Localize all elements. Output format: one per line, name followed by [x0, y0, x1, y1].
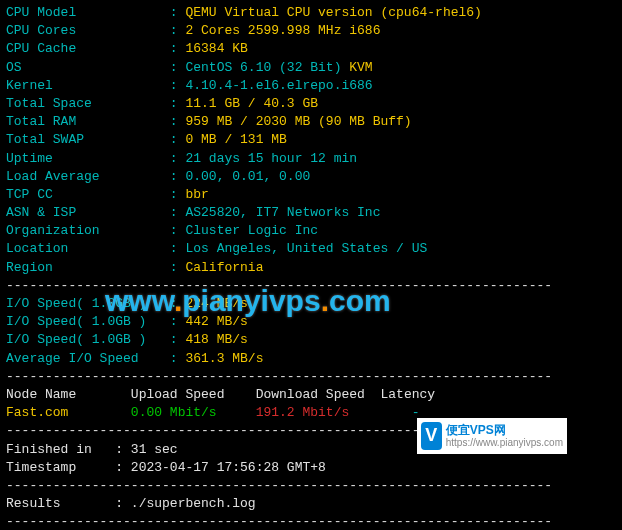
cpu-model-label: CPU Model [6, 5, 170, 20]
os-value: CentOS 6.10 (32 Bit) [185, 60, 349, 75]
separator: : [170, 132, 186, 147]
total-ram-value: 959 MB / 2030 MB (90 MB Buff) [185, 114, 411, 129]
timestamp-value: 2023-04-17 17:56:28 GMT+8 [131, 460, 326, 475]
divider: ----------------------------------------… [6, 368, 616, 386]
io-test1-label: I/O Speed( 1.0GB ) [6, 296, 170, 311]
io-test3-value: 418 MB/s [185, 332, 247, 347]
load-value: 0.00, 0.01, 0.00 [185, 169, 310, 184]
separator: : [115, 460, 131, 475]
io-test2-value: 442 MB/s [185, 314, 247, 329]
net-row-up: 0.00 Mbit/s [131, 405, 256, 420]
separator: : [170, 187, 186, 202]
separator: : [170, 5, 186, 20]
io-test3-label: I/O Speed( 1.0GB ) [6, 332, 170, 347]
asn-value: AS25820, IT7 Networks Inc [185, 205, 380, 220]
os-virt: KVM [349, 60, 372, 75]
separator: : [170, 205, 186, 220]
kernel-label: Kernel [6, 78, 170, 93]
divider: ----------------------------------------… [6, 277, 616, 295]
watermark-badge: V 便宜VPS网 https://www.pianyivps.com [417, 418, 567, 454]
org-label: Organization [6, 223, 170, 238]
total-swap-value: 0 MB / 131 MB [185, 132, 286, 147]
region-label: Region [6, 260, 170, 275]
separator: : [170, 260, 186, 275]
io-test2-label: I/O Speed( 1.0GB ) [6, 314, 170, 329]
badge-icon: V [421, 422, 442, 450]
separator: : [170, 296, 186, 311]
results-value: ./superbench.log [131, 496, 256, 511]
finished-label: Finished in [6, 442, 115, 457]
total-space-label: Total Space [6, 96, 170, 111]
uptime-label: Uptime [6, 151, 170, 166]
separator: : [170, 78, 186, 93]
io-avg-label: Average I/O Speed [6, 351, 170, 366]
separator: : [170, 23, 186, 38]
results-label: Results [6, 496, 115, 511]
io-test1-value: 224 MB/s [185, 296, 247, 311]
net-header-down: Download Speed [256, 387, 381, 402]
badge-title: 便宜VPS网 [446, 423, 563, 437]
io-avg-value: 361.3 MB/s [185, 351, 263, 366]
finished-value: 31 sec [131, 442, 178, 457]
badge-url: https://www.pianyivps.com [446, 437, 563, 449]
total-space-value: 11.1 GB / 40.3 GB [185, 96, 318, 111]
kernel-value: 4.10.4-1.el6.elrepo.i686 [185, 78, 372, 93]
uptime-value: 21 days 15 hour 12 min [185, 151, 357, 166]
tcp-cc-label: TCP CC [6, 187, 170, 202]
os-label: OS [6, 60, 170, 75]
cpu-model-value: QEMU Virtual CPU version (cpu64-rhel6) [185, 5, 481, 20]
divider: ----------------------------------------… [6, 513, 616, 530]
separator: : [170, 223, 186, 238]
separator: : [115, 442, 131, 457]
separator: : [170, 151, 186, 166]
cpu-cores-label: CPU Cores [6, 23, 170, 38]
tcp-cc-value: bbr [185, 187, 208, 202]
timestamp-label: Timestamp [6, 460, 115, 475]
total-ram-label: Total RAM [6, 114, 170, 129]
separator: : [170, 332, 186, 347]
net-row-node: Fast.com [6, 405, 131, 420]
location-label: Location [6, 241, 170, 256]
separator: : [170, 41, 186, 56]
total-swap-label: Total SWAP [6, 132, 170, 147]
org-value: Cluster Logic Inc [185, 223, 318, 238]
separator: : [115, 496, 131, 511]
separator: : [170, 169, 186, 184]
region-value: California [185, 260, 263, 275]
separator: : [170, 96, 186, 111]
cpu-cache-label: CPU Cache [6, 41, 170, 56]
location-value: Los Angeles, United States / US [185, 241, 427, 256]
asn-label: ASN & ISP [6, 205, 170, 220]
separator: : [170, 114, 186, 129]
load-label: Load Average [6, 169, 170, 184]
net-header-node: Node Name [6, 387, 131, 402]
separator: : [170, 241, 186, 256]
divider: ----------------------------------------… [6, 477, 616, 495]
separator: : [170, 60, 186, 75]
separator: : [170, 314, 186, 329]
cpu-cores-value: 2 Cores 2599.998 MHz i686 [185, 23, 380, 38]
net-row-down: 191.2 Mbit/s [256, 405, 412, 420]
separator: : [170, 351, 186, 366]
net-header-up: Upload Speed [131, 387, 256, 402]
net-header-latency: Latency [380, 387, 458, 402]
cpu-cache-value: 16384 KB [185, 41, 247, 56]
